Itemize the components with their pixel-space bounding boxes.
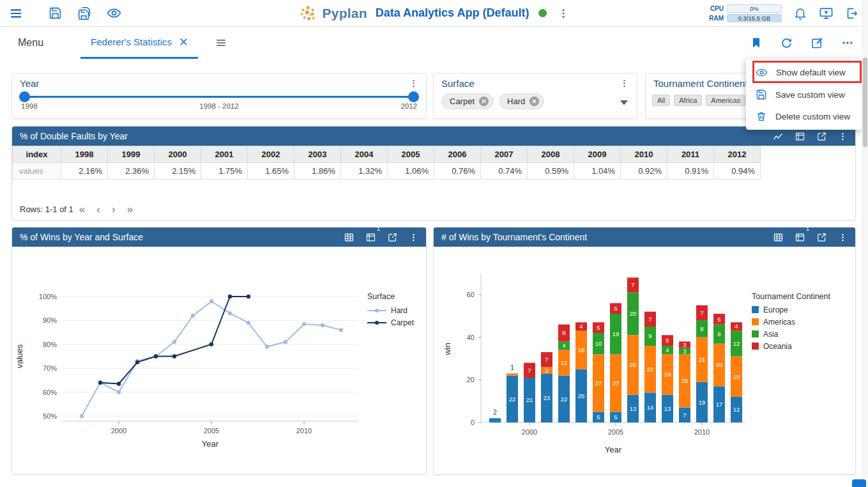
- last-page-icon[interactable]: »: [121, 204, 139, 215]
- year-kebab-icon[interactable]: [409, 79, 418, 88]
- svg-text:win: win: [443, 343, 452, 356]
- continent-chip-americas[interactable]: Americas: [706, 95, 745, 106]
- chip-label: Carpet: [450, 97, 475, 106]
- svg-text:8: 8: [562, 329, 565, 336]
- open-in-new-icon[interactable]: [387, 232, 398, 243]
- next-page-icon[interactable]: ›: [106, 204, 121, 215]
- bookmark-icon[interactable]: [750, 36, 763, 49]
- continent-chip-africa[interactable]: Africa: [674, 95, 702, 106]
- svg-text:27: 27: [613, 380, 620, 387]
- menu-item-save-custom-view[interactable]: Save custom view: [746, 84, 862, 105]
- tab-federers-statistics[interactable]: Federer's Statistics: [80, 27, 198, 59]
- menu-item-label: Delete custom view: [775, 112, 850, 121]
- eye-icon[interactable]: [107, 6, 121, 20]
- refresh-icon[interactable]: [780, 36, 793, 50]
- svg-text:28: 28: [630, 361, 637, 368]
- slider-handle-max[interactable]: [408, 91, 419, 102]
- menu-item-delete-custom-view[interactable]: Delete custom view: [746, 105, 862, 127]
- save-all-icon[interactable]: [77, 6, 91, 20]
- table-value-cell: 1.86%: [294, 163, 341, 180]
- table-year-header: 2008: [528, 146, 574, 163]
- save-icon[interactable]: [49, 6, 62, 20]
- wins-line-chart[interactable]: 50%60%70%80%90%100%200020052010Yearvalue…: [12, 247, 426, 474]
- menu-item-show-default-view[interactable]: Show default view: [746, 61, 862, 84]
- table-year-header: 2004: [341, 146, 388, 163]
- prev-page-icon[interactable]: ‹: [91, 204, 106, 215]
- ram-label: RAM: [704, 15, 724, 22]
- year-filter-card: Year 1998 1998 - 2012 2012: [11, 73, 427, 119]
- menu-item-label: Save custom view: [775, 90, 845, 100]
- svg-text:7: 7: [648, 316, 651, 323]
- vertical-scrollbar[interactable]: [862, 0, 868, 487]
- svg-text:Surface: Surface: [367, 292, 395, 301]
- table-view-icon[interactable]: [773, 232, 784, 243]
- pivot-icon[interactable]: 1: [795, 232, 805, 243]
- table-value-cell: 0.94%: [714, 163, 761, 180]
- svg-text:4: 4: [562, 342, 565, 349]
- svg-text:7: 7: [683, 412, 686, 419]
- continent-chip-all[interactable]: All: [652, 95, 670, 106]
- year-range-slider[interactable]: [21, 91, 417, 102]
- slider-min-label: 1998: [21, 102, 38, 110]
- table-year-header: 2007: [481, 146, 528, 163]
- chart-view-icon[interactable]: [772, 130, 784, 142]
- svg-text:Oceania: Oceania: [763, 342, 792, 351]
- table-year-header: 2005: [388, 146, 434, 163]
- menu-button[interactable]: Menu: [18, 37, 43, 49]
- panel-kebab-icon[interactable]: [409, 233, 418, 242]
- surface-dropdown-caret-icon[interactable]: [620, 100, 628, 105]
- svg-text:Americas: Americas: [763, 318, 795, 327]
- wins-by-continent-header: # of Wins by Tournament's Continent 1: [434, 228, 855, 247]
- logout-icon[interactable]: [845, 6, 859, 20]
- svg-text:2000: 2000: [522, 428, 537, 436]
- svg-text:2010: 2010: [694, 428, 710, 436]
- continent-filter-title: Tournament Continent: [653, 78, 748, 89]
- open-in-new-icon[interactable]: [816, 131, 827, 142]
- svg-text:70%: 70%: [43, 364, 57, 372]
- surface-chip-hard[interactable]: Hard: [499, 93, 544, 109]
- panel-kebab-icon[interactable]: [838, 233, 848, 242]
- save-icon: [756, 89, 767, 100]
- notifications-bell-icon[interactable]: [793, 6, 807, 20]
- svg-text:60: 60: [467, 291, 475, 298]
- pivot-icon[interactable]: 1: [795, 131, 805, 142]
- surface-kebab-icon[interactable]: [620, 79, 629, 88]
- open-in-new-icon[interactable]: [816, 232, 827, 243]
- svg-text:7: 7: [528, 367, 531, 374]
- app-title: Data Analytics App (Default): [376, 6, 529, 20]
- svg-text:20: 20: [630, 310, 637, 317]
- slider-track[interactable]: [21, 96, 417, 98]
- chip-remove-icon[interactable]: [529, 96, 540, 107]
- svg-text:22: 22: [647, 366, 654, 373]
- chip-remove-icon[interactable]: [478, 96, 489, 107]
- svg-text:20: 20: [716, 361, 723, 368]
- pivot-icon[interactable]: 1: [365, 232, 376, 243]
- svg-text:50%: 50%: [43, 412, 57, 420]
- scrollbar-thumb[interactable]: [863, 58, 867, 147]
- brand-name: Pyplan: [323, 6, 367, 21]
- table-year-header: 2006: [434, 146, 481, 163]
- more-options-icon[interactable]: [841, 36, 854, 49]
- screen-share-icon[interactable]: [819, 6, 834, 20]
- svg-text:20: 20: [467, 376, 475, 383]
- slider-range-label: 1998 - 2012: [199, 102, 238, 110]
- table-value-cell: 2.15%: [155, 163, 201, 180]
- slider-handle-min[interactable]: [19, 91, 30, 102]
- edit-icon[interactable]: [811, 36, 824, 50]
- wins-bar-chart[interactable]: 0204060200020052010Yearwin22212172337221…: [434, 247, 855, 474]
- panel-kebab-icon[interactable]: [838, 132, 848, 141]
- double-faults-table: index19981999200020012002200320042005200…: [12, 146, 761, 180]
- svg-text:14: 14: [647, 404, 654, 411]
- table-view-icon[interactable]: [344, 232, 354, 243]
- hamburger-menu-icon[interactable]: [9, 6, 23, 20]
- table-year-header: 2011: [667, 146, 714, 163]
- corner-action-button[interactable]: [852, 479, 866, 487]
- tab-list-icon[interactable]: [215, 36, 227, 49]
- svg-text:2000: 2000: [111, 427, 126, 435]
- tab-close-icon[interactable]: [179, 38, 188, 46]
- table-value-cell: 0.59%: [528, 163, 574, 180]
- app-kebab-icon[interactable]: [558, 8, 569, 19]
- first-page-icon[interactable]: «: [73, 204, 91, 215]
- surface-chip-carpet[interactable]: Carpet: [441, 93, 494, 109]
- rows-count: Rows: 1-1 of 1: [20, 205, 73, 214]
